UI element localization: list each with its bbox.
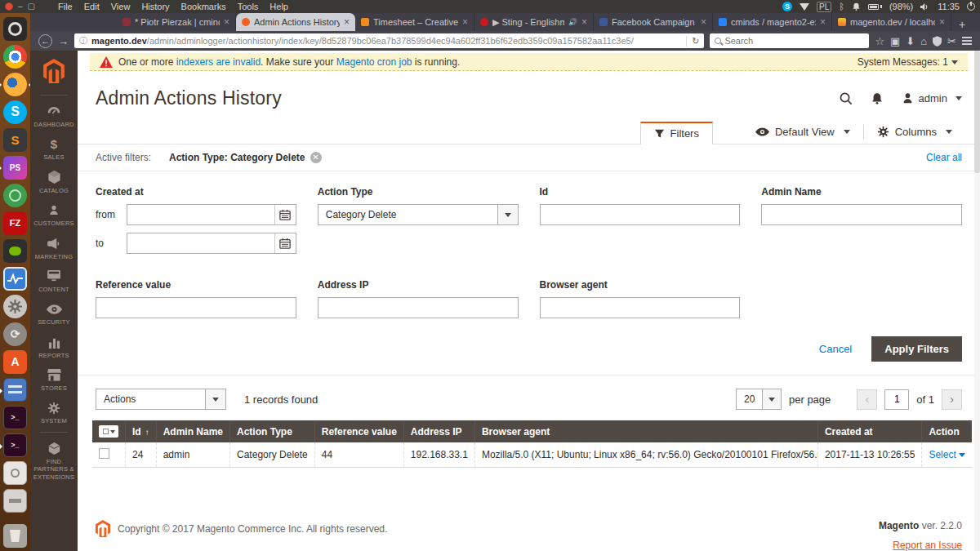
- system-messages-toggle[interactable]: System Messages: 1: [858, 56, 958, 68]
- bookmark-star-icon[interactable]: ☆: [875, 36, 884, 47]
- select-arrow[interactable]: [763, 389, 782, 410]
- per-page-select[interactable]: 20: [736, 389, 782, 410]
- launcher-media-player[interactable]: [3, 461, 27, 485]
- site-info-icon[interactable]: ⓘ: [79, 35, 87, 47]
- cron-job-link[interactable]: Magento cron job: [336, 56, 412, 68]
- previous-page-button[interactable]: ‹: [857, 389, 877, 410]
- scrollbar-thumb[interactable]: [974, 51, 980, 173]
- select-arrow[interactable]: [498, 204, 519, 225]
- tab-piotr-pierzak[interactable]: * Piotr Pierzak | cminds ×: [117, 13, 236, 31]
- row-select-cell[interactable]: [92, 442, 126, 468]
- browser-agent-input[interactable]: [540, 297, 741, 318]
- column-header-action-type[interactable]: Action Type: [230, 420, 315, 442]
- tab-close-icon[interactable]: ×: [462, 16, 468, 28]
- sidebar-item-find-partners[interactable]: FIND PARTNERS & EXTENSIONS: [30, 438, 78, 486]
- tab-bitbucket-repo[interactable]: cminds / magento2-ex ×: [713, 13, 832, 31]
- launcher-firefox[interactable]: [3, 73, 27, 96]
- sidebar-item-stores[interactable]: STORES: [30, 364, 78, 397]
- notifications-bell-icon[interactable]: [852, 2, 861, 11]
- launcher-terminal[interactable]: >_: [3, 406, 27, 429]
- notifications-icon[interactable]: [871, 91, 884, 105]
- column-header-address-ip[interactable]: Address IP: [403, 420, 474, 442]
- created-at-to-input[interactable]: [127, 233, 274, 253]
- global-search-icon[interactable]: [839, 91, 853, 105]
- sidebar-item-catalog[interactable]: CATALOG: [30, 167, 78, 199]
- launcher-system-settings[interactable]: [3, 295, 27, 318]
- back-icon[interactable]: ←: [38, 34, 52, 48]
- column-header-reference[interactable]: Reference value: [314, 420, 403, 442]
- column-header-id[interactable]: Id↑: [126, 420, 157, 442]
- sidebar-item-system[interactable]: SYSTEM: [30, 397, 78, 429]
- screenshot-tool-icon[interactable]: ✂: [947, 36, 956, 47]
- select-arrow[interactable]: [206, 389, 226, 410]
- launcher-software-updater[interactable]: ⟳: [3, 322, 27, 346]
- next-page-button[interactable]: ›: [942, 389, 962, 410]
- reference-input[interactable]: [96, 297, 296, 318]
- tab-close-icon[interactable]: ×: [344, 16, 350, 28]
- column-header-created-at[interactable]: Created at: [817, 420, 922, 442]
- sidebar-item-customers[interactable]: CUSTOMERS: [30, 199, 78, 232]
- forward-icon[interactable]: →: [58, 36, 69, 47]
- battery-icon[interactable]: [868, 4, 882, 10]
- tab-close-icon[interactable]: ×: [581, 16, 587, 28]
- calendar-button[interactable]: [274, 233, 296, 253]
- action-type-select[interactable]: Category Delete: [318, 204, 519, 225]
- id-input[interactable]: [540, 204, 741, 225]
- row-select-action[interactable]: Select: [929, 449, 956, 460]
- sidebar-item-sales[interactable]: $ SALES: [30, 133, 78, 166]
- menu-edit[interactable]: Edit: [84, 2, 100, 11]
- page-number-input[interactable]: [884, 389, 909, 410]
- column-header-browser-agent[interactable]: Browser agent: [474, 420, 817, 442]
- admin-name-input[interactable]: [761, 204, 962, 225]
- skype-tray-icon[interactable]: S: [782, 2, 792, 11]
- column-header-admin-name[interactable]: Admin Name: [156, 420, 229, 442]
- launcher-skype[interactable]: S: [3, 100, 27, 124]
- cancel-button[interactable]: Cancel: [819, 343, 852, 355]
- new-tab-button[interactable]: +: [951, 18, 973, 31]
- search-bar[interactable]: [710, 33, 869, 48]
- clear-all-link[interactable]: Clear all: [926, 152, 962, 163]
- wifi-icon[interactable]: [800, 3, 809, 11]
- filters-tab[interactable]: Filters: [640, 122, 713, 144]
- tab-close-icon[interactable]: ×: [939, 16, 945, 28]
- tab-sting-video[interactable]: ▶ Sting - Englishma 🔊 ×: [474, 13, 594, 31]
- apply-filters-button[interactable]: Apply Filters: [871, 336, 962, 362]
- bluetooth-icon[interactable]: ᛒ: [839, 2, 844, 11]
- column-header-action[interactable]: Action: [922, 420, 972, 442]
- admin-user-menu[interactable]: admin: [902, 92, 962, 104]
- launcher-terminal-2[interactable]: >_: [3, 433, 27, 457]
- columns-dropdown[interactable]: Columns: [864, 121, 965, 144]
- remove-filter-icon[interactable]: ✕: [310, 152, 322, 163]
- report-issue-link[interactable]: Report an Issue: [893, 540, 962, 551]
- sidebar-item-marketing[interactable]: MARKETING: [30, 233, 78, 265]
- tab-admin-actions-history[interactable]: Admin Actions History ×: [236, 13, 355, 31]
- page-scrollbar[interactable]: [974, 51, 980, 551]
- tab-close-icon[interactable]: ×: [224, 16, 229, 28]
- launcher-sublime-text[interactable]: S: [3, 128, 27, 152]
- launcher-trash[interactable]: [3, 524, 27, 548]
- row-checkbox[interactable]: [99, 448, 109, 459]
- tab-audio-icon[interactable]: 🔊: [568, 18, 577, 26]
- close-window-icon[interactable]: [5, 2, 13, 11]
- launcher-ubuntu-dash[interactable]: [3, 17, 27, 41]
- tab-facebook-campaign[interactable]: Facebook Campaign M ×: [594, 13, 713, 31]
- browser-menu-icon[interactable]: [962, 37, 972, 45]
- volume-icon[interactable]: [920, 2, 930, 11]
- clock[interactable]: 11:35: [938, 2, 960, 11]
- url-bar[interactable]: ⓘ magento.dev /admin/adminlogger/actionh…: [74, 33, 704, 48]
- tab-close-icon[interactable]: ×: [820, 16, 826, 28]
- select-all-dropdown[interactable]: [99, 425, 118, 438]
- created-at-from-input[interactable]: [127, 205, 274, 224]
- launcher-filezilla[interactable]: FZ: [3, 211, 27, 235]
- tab-close-icon[interactable]: ×: [701, 16, 706, 28]
- magento-logo[interactable]: [43, 59, 65, 87]
- downloads-icon[interactable]: ⬇: [906, 36, 915, 47]
- window-controls[interactable]: – ▢: [5, 2, 35, 11]
- menu-help[interactable]: Help: [270, 2, 288, 11]
- actions-select[interactable]: Actions: [96, 389, 226, 410]
- minimize-window-icon[interactable]: –: [18, 2, 23, 11]
- menu-history[interactable]: History: [141, 2, 169, 11]
- search-input[interactable]: [724, 36, 864, 46]
- sidebar-item-security[interactable]: SECURITY: [30, 298, 78, 331]
- address-ip-input[interactable]: [318, 297, 519, 318]
